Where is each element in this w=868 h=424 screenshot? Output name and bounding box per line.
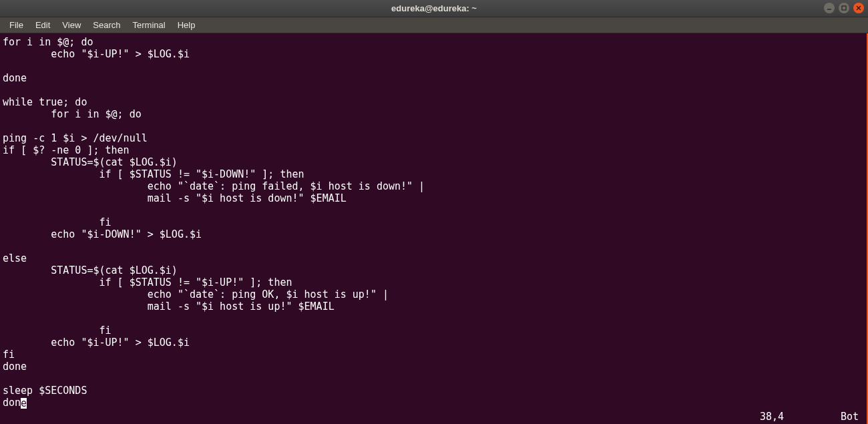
code-line: if [ $STATUS != "$i-UP!" ]; then (3, 276, 292, 288)
code-line: mail -s "$i host is down!" $EMAIL (3, 192, 347, 204)
code-line: mail -s "$i host is up!" $EMAIL (3, 300, 335, 312)
minimize-button[interactable] (824, 3, 835, 13)
code-line: done (3, 72, 27, 84)
cursor: e (21, 398, 27, 409)
terminal-area[interactable]: for i in $@; do echo "$i-UP!" > $LOG.$i … (0, 33, 868, 424)
code-line: sleep $SECONDS (3, 385, 87, 397)
code-line: ping -c 1 $i > /dev/null (3, 132, 148, 144)
terminal-content: for i in $@; do echo "$i-UP!" > $LOG.$i … (3, 36, 864, 409)
code-line: while true; do (3, 96, 87, 108)
code-line: done (3, 361, 27, 373)
code-line: fi (3, 325, 112, 337)
maximize-button[interactable] (839, 3, 849, 13)
code-line: fi (3, 349, 15, 361)
scroll-indicator: Bot (841, 411, 859, 423)
code-line-partial: don (3, 397, 21, 409)
code-line: echo "$i-UP!" > $LOG.$i (3, 48, 190, 60)
vim-status-line: 38,4 Bot (3, 411, 864, 423)
code-line: fi (3, 216, 112, 228)
menu-view[interactable]: View (57, 19, 86, 31)
code-line: for i in $@; do (3, 36, 93, 48)
window-title: edureka@edureka: ~ (391, 3, 477, 13)
code-line: for i in $@; do (3, 108, 142, 120)
code-line: echo "`date`: ping OK, $i host is up!" | (3, 288, 389, 300)
code-line: STATUS=$(cat $LOG.$i) (3, 156, 178, 168)
close-button[interactable] (853, 3, 864, 13)
svg-rect-1 (842, 6, 846, 10)
cursor-position: 38,4 (760, 411, 784, 423)
menu-search[interactable]: Search (87, 19, 126, 31)
menu-help[interactable]: Help (172, 19, 201, 31)
menu-terminal[interactable]: Terminal (128, 19, 171, 31)
menu-file[interactable]: File (4, 19, 29, 31)
code-line: echo "$i-DOWN!" > $LOG.$i (3, 228, 202, 240)
code-line: if [ $? -ne 0 ]; then (3, 144, 130, 156)
window-controls (824, 3, 864, 13)
code-line: if [ $STATUS != "$i-DOWN!" ]; then (3, 168, 304, 180)
code-line: STATUS=$(cat $LOG.$i) (3, 264, 178, 276)
menu-edit[interactable]: Edit (30, 19, 55, 31)
code-line: else (3, 252, 27, 264)
code-line: echo "$i-UP!" > $LOG.$i (3, 337, 190, 349)
code-line: echo "`date`: ping failed, $i host is do… (3, 180, 425, 192)
title-bar: edureka@edureka: ~ (0, 0, 868, 17)
menu-bar: File Edit View Search Terminal Help (0, 17, 868, 33)
